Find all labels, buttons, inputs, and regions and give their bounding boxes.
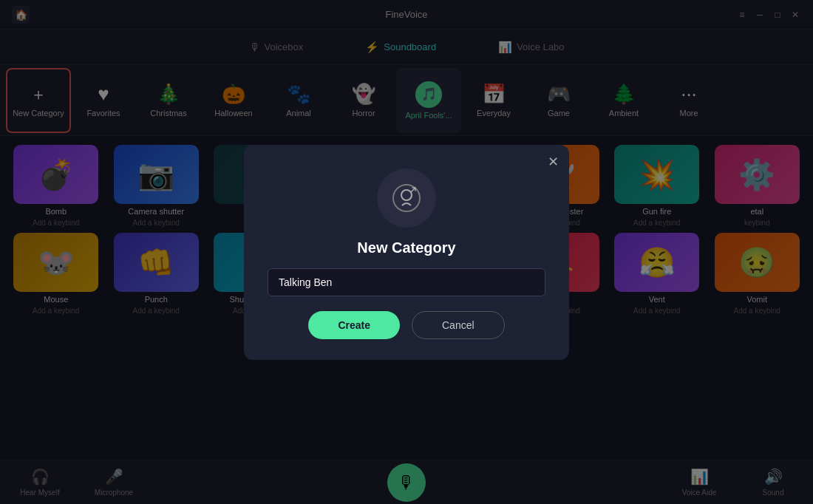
modal-icon bbox=[377, 168, 436, 228]
category-name-input[interactable] bbox=[268, 268, 545, 296]
modal-close-button[interactable]: ✕ bbox=[548, 154, 559, 170]
modal-buttons: Create Cancel bbox=[308, 311, 504, 339]
new-category-modal: ✕ New Category Create Cancel bbox=[244, 145, 569, 360]
modal-overlay: ✕ New Category Create Cancel bbox=[0, 0, 813, 504]
modal-title: New Category bbox=[357, 239, 455, 256]
create-button[interactable]: Create bbox=[308, 311, 400, 339]
cancel-button[interactable]: Cancel bbox=[412, 311, 505, 339]
